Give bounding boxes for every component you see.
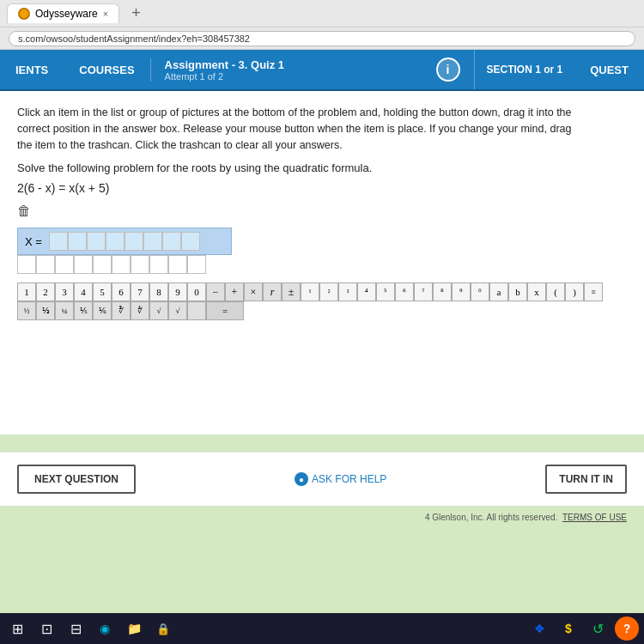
answer-cell[interactable]: [74, 255, 93, 274]
answer-cell[interactable]: [149, 255, 168, 274]
answer-cell[interactable]: [112, 255, 131, 274]
answer-cell[interactable]: [162, 232, 181, 251]
students-nav-item[interactable]: IENTS: [0, 50, 64, 89]
main-content: Click an item in the list or group of pi…: [0, 91, 644, 434]
key-plusminus[interactable]: ±: [282, 283, 301, 301]
help-icon: ?: [623, 622, 631, 635]
key-plus[interactable]: +: [225, 283, 244, 301]
key-super-1[interactable]: ¹: [301, 283, 319, 301]
key-sqrt4[interactable]: ∜: [131, 301, 149, 320]
key-super-7[interactable]: ⁷: [414, 283, 433, 301]
key-7[interactable]: 7: [131, 283, 149, 301]
key-frac-6[interactable]: ⅙: [93, 301, 112, 320]
info-button[interactable]: i: [436, 58, 460, 82]
answer-cell[interactable]: [93, 255, 112, 274]
key-times[interactable]: ×: [244, 283, 263, 301]
ask-for-help-button[interactable]: ● ASK FOR HELP: [295, 472, 386, 486]
key-super-9[interactable]: ⁹: [452, 283, 471, 301]
problem-intro: Solve the following problem for the root…: [17, 161, 627, 174]
answer-cell[interactable]: [106, 232, 125, 251]
key-frac-2[interactable]: ½: [17, 301, 36, 320]
ask-icon: ●: [295, 472, 308, 486]
key-super-6[interactable]: ⁶: [395, 283, 414, 301]
folder-btn[interactable]: 📁: [122, 617, 146, 641]
key-super-5[interactable]: ⁵: [376, 283, 395, 301]
url-input[interactable]: [9, 31, 635, 46]
answer-cell[interactable]: [36, 255, 55, 274]
key-x[interactable]: x: [527, 283, 546, 301]
key-b[interactable]: b: [508, 283, 527, 301]
key-2[interactable]: 2: [36, 283, 55, 301]
windows-start-btn[interactable]: ⊞: [5, 617, 29, 641]
key-8[interactable]: 8: [149, 283, 168, 301]
answer-cell[interactable]: [17, 255, 36, 274]
superscript-section: ¹ ² ³ ⁴ ⁵ ⁶ ⁷ ⁸ ⁹ ⁰: [301, 283, 489, 320]
key-super-2[interactable]: ²: [319, 283, 338, 301]
terms-link[interactable]: TERMS OF USE: [562, 513, 627, 522]
lock-btn[interactable]: 🔒: [151, 617, 175, 641]
section-label: SECTION 1 or 1: [474, 50, 575, 89]
quest-nav-item[interactable]: QUEST: [574, 50, 644, 89]
key-1[interactable]: 1: [17, 283, 36, 301]
key-r[interactable]: r: [263, 283, 282, 301]
key-6[interactable]: 6: [112, 283, 131, 301]
key-minus[interactable]: −: [206, 283, 225, 301]
turn-it-in-button[interactable]: TURN IT IN: [545, 465, 627, 494]
key-super-4[interactable]: ⁴: [357, 283, 376, 301]
key-frac-3[interactable]: ⅓: [36, 301, 55, 320]
answer-cell[interactable]: [87, 232, 106, 251]
browser-chrome: Odysseyware × +: [0, 0, 644, 27]
key-0[interactable]: 0: [187, 283, 206, 301]
key-blank[interactable]: [187, 301, 206, 320]
key-5[interactable]: 5: [93, 283, 112, 301]
key-4[interactable]: 4: [74, 283, 93, 301]
new-tab-btn[interactable]: +: [126, 4, 146, 22]
answer-cell[interactable]: [68, 232, 87, 251]
task-view-btn[interactable]: ⊟: [64, 617, 88, 641]
help-button[interactable]: ?: [615, 617, 639, 641]
key-equals[interactable]: =: [206, 301, 244, 320]
key-sqrt3[interactable]: ∛: [112, 301, 131, 320]
refresh-icon: ↺: [592, 621, 604, 637]
dollar-btn[interactable]: $: [556, 617, 580, 641]
next-question-button[interactable]: NEXT QUESTION: [17, 465, 136, 494]
search-btn[interactable]: ⊡: [34, 617, 58, 641]
browser-tab[interactable]: Odysseyware ×: [7, 3, 119, 23]
digit-row-bottom: ½ ⅓ ¼ ⅕ ⅙ ∛ ∜ √ √: [17, 301, 206, 320]
tab-close-btn[interactable]: ×: [103, 9, 108, 19]
key-sqrt-var[interactable]: √: [168, 301, 187, 320]
answer-cell[interactable]: [55, 255, 74, 274]
trash-icon[interactable]: 🗑: [17, 204, 627, 219]
key-super-8[interactable]: ⁸: [433, 283, 452, 301]
answer-cell[interactable]: [181, 232, 200, 251]
equation: 2(6 - x) = x(x + 5): [17, 181, 627, 195]
key-3[interactable]: 3: [55, 283, 74, 301]
courses-nav-item[interactable]: COURSES: [64, 50, 149, 89]
answer-cell[interactable]: [131, 255, 149, 274]
answer-cell[interactable]: [143, 232, 162, 251]
edge-btn[interactable]: ◉: [93, 617, 117, 641]
key-super-0[interactable]: ⁰: [471, 283, 489, 301]
answer-header: X =: [17, 228, 232, 255]
key-super-3[interactable]: ³: [338, 283, 357, 301]
key-a[interactable]: a: [489, 283, 508, 301]
answer-cell[interactable]: [187, 255, 206, 274]
key-frac-5[interactable]: ⅕: [74, 301, 93, 320]
refresh-btn[interactable]: ↺: [586, 617, 610, 641]
op-row-top: − + × r ±: [206, 283, 301, 301]
key-frac-4[interactable]: ¼: [55, 301, 74, 320]
key-extra[interactable]: ≡: [584, 283, 603, 301]
key-sqrt[interactable]: √: [149, 301, 168, 320]
assignment-title: Assignment - 3. Quiz 1: [165, 58, 284, 71]
key-9[interactable]: 9: [168, 283, 187, 301]
search-icon: ⊡: [41, 621, 52, 637]
dropbox-btn[interactable]: ❖: [527, 617, 551, 641]
digit-section: 1 2 3 4 5 6 7 8 9 0 ½ ⅓ ¼ ⅕ ⅙ ∛ ∜ √ √: [17, 283, 206, 320]
answer-cell[interactable]: [49, 232, 68, 251]
tab-favicon: [18, 8, 30, 20]
answer-cell[interactable]: [125, 232, 143, 251]
key-close-paren[interactable]: ): [565, 283, 584, 301]
answer-cell[interactable]: [168, 255, 187, 274]
key-open-paren[interactable]: (: [546, 283, 565, 301]
footer: 4 Glenlson, Inc. All rights reserved. TE…: [0, 506, 644, 529]
